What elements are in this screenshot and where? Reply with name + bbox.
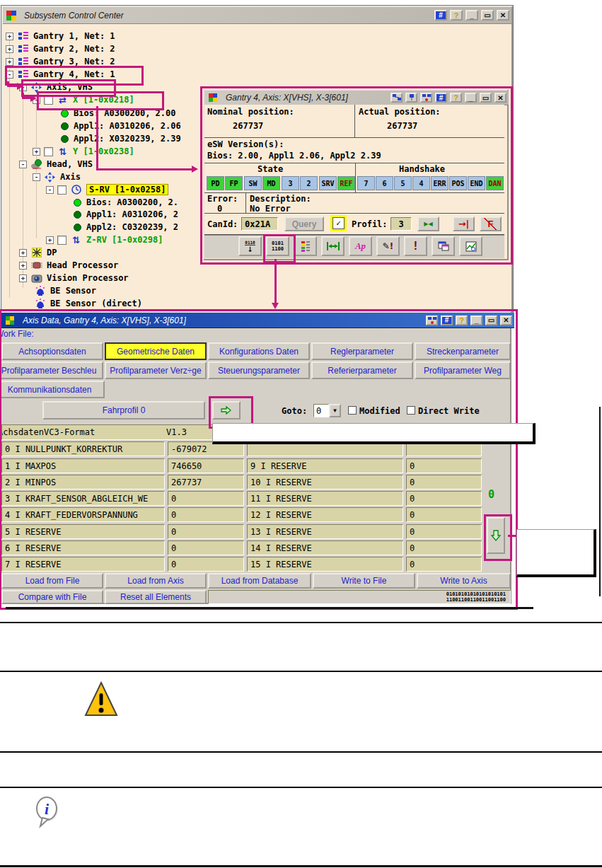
status-dot-icon [61,122,69,130]
tree-label: Head, VHS [47,159,93,169]
minimize-icon[interactable]: _ [465,10,478,21]
tree-item-head-processor[interactable]: + Head Processor [19,259,118,272]
node-view-icon[interactable] [405,93,417,103]
tree-item-head-axis[interactable]: - Axis [33,170,81,183]
range-button[interactable] [321,236,345,256]
state-cell-3: 3 [282,176,299,190]
tree-label: Vision Processor [47,273,129,283]
error-value: 0 [217,204,222,214]
callout-box-2 [516,529,596,577]
edit-alert-button[interactable]: ✎! [376,236,400,256]
chip-icon [30,260,42,271]
tree-label: Appl1: A0310206, 2.06 [74,121,181,131]
tree-item-appl2[interactable]: Appl2: C0320239, 2 [74,221,178,233]
canid-field[interactable]: 0x21A [241,217,278,231]
profil-label: Profil: [352,219,388,229]
help-icon[interactable]: ? [450,93,462,103]
axis-checkbox[interactable] [57,236,66,245]
binary-download-button[interactable]: 0110 ↓ [238,236,262,256]
axis-checkbox[interactable] [44,147,53,156]
query-button[interactable]: Query [284,216,324,231]
annotation-line [96,168,192,170]
expand-plus-icon[interactable]: + [46,236,54,244]
subsystem-titlebar[interactable]: Subsystem Control Center # ? _ ▭ ✕ [3,7,511,24]
window-copy-icon [438,241,449,252]
handshake-cell-4: 4 [412,176,430,190]
tree-item-bios[interactable]: Bios: A0300200, 2. [74,196,178,209]
svg-text:i: i [45,800,50,818]
tree-item-gantry1[interactable]: + Gantry 1, Net: 1 [6,30,115,42]
force-button[interactable]: #F [480,216,502,231]
updown-arrows-icon: ⇅ [57,146,69,157]
expand-plus-icon[interactable]: + [19,274,27,282]
error-label: Error: [207,194,238,204]
profil-field[interactable]: 3 [390,217,412,231]
tree-item-appl1[interactable]: Appl1: A0310206, 2 [74,208,178,221]
close-icon[interactable]: ✕ [494,93,507,103]
puzzle-icon [5,10,17,21]
bell-icon [34,299,46,309]
maximize-icon[interactable]: ▭ [481,10,494,21]
tree-item-zrv[interactable]: + ⇅ Z-RV [1-0x0298] [46,233,163,246]
tree-item-y-axis[interactable]: + ⇅ Y [1-0x0238] [33,145,134,158]
actual-position-label: Actual position: [359,107,441,117]
dp-grid-icon [30,248,42,258]
horizontal-rule [0,622,602,623]
tree-item-vision-processor[interactable]: + Vision Processor [19,272,129,284]
tree-item-be-sensor[interactable]: BE Sensor [34,284,96,297]
state-cell-md: MD [262,176,280,190]
move-to-end-button[interactable]: →| [453,216,475,231]
expand-minus-icon[interactable]: - [46,186,54,194]
expand-plus-icon[interactable]: + [19,249,27,257]
state-cell-fp: FP [225,176,243,190]
tree-item-head-vhs[interactable]: - Head, VHS [19,158,93,170]
poll-checkbox[interactable]: ✓ [332,217,345,229]
expand-minus-icon[interactable]: - [19,161,27,168]
handshake-cell-dan: DAN [486,176,504,190]
expand-plus-icon[interactable]: + [19,262,27,270]
help-icon[interactable]: ? [450,10,463,21]
tree-label: Bios: A0300200, 2. [86,197,178,207]
tree-item-srv[interactable]: - S-RV [1-0x0258] [46,183,168,196]
bell-icon [34,286,46,296]
tree-label: BE Sensor [50,286,96,296]
horizontal-rule [0,787,602,788]
expand-plus-icon[interactable]: + [6,33,13,40]
tree-label: Gantry 1, Net: 1 [33,31,115,41]
connect-icon[interactable]: # [435,93,447,103]
annotation-line [508,535,516,537]
net-red-icon[interactable] [420,93,432,103]
hand-ball-icon [30,159,42,170]
expand-plus-icon[interactable]: + [6,58,13,66]
expand-plus-icon[interactable]: + [6,45,13,53]
tree-item-gantry2[interactable]: + Gantry 2, Net: 2 [6,42,115,55]
close-icon[interactable]: ✕ [497,10,509,21]
state-list-button[interactable] [294,236,317,256]
esw-row: eSW Version(s): Bios: 2.00, Appl1 2.06, … [204,138,504,163]
ap-edit-button[interactable]: Ap [349,236,372,256]
chart-view-button[interactable] [459,236,482,256]
handshake-cell-7: 7 [357,176,375,190]
copy-window-button[interactable] [432,236,455,256]
axis-checkbox[interactable] [57,185,66,195]
expand-minus-icon[interactable]: - [33,173,40,181]
clock-icon [70,185,82,195]
gantry-dialog-titlebar[interactable]: Gantry 4, Axis: X[VHS], X-3[601] # ? _ ▭… [204,91,509,105]
minimize-icon[interactable]: _ [465,93,477,103]
maximize-icon[interactable]: ▭ [480,93,492,103]
tree-item-appl1[interactable]: Appl1: A0310206, 2.06 [61,120,181,132]
tree-item-appl2[interactable]: Appl2: X0320239, 2.39 [61,132,181,145]
profile-sync-button[interactable]: ▶◀ [417,216,439,231]
annotation-line [22,97,30,99]
tree-item-dp[interactable]: + DP [19,246,57,259]
subsystem-title: Subsystem Control Center [24,11,124,21]
connect-icon[interactable]: # [434,10,447,21]
state-cell-2: 2 [300,176,318,190]
tree-item-be-sensor-direct[interactable]: BE Sensor (direct) [34,297,142,310]
net-view-icon[interactable] [390,93,403,103]
info-icon: i [34,797,62,835]
error-description-value: No Error [250,204,291,214]
alert-button[interactable]: ! [404,236,427,256]
tree-label: Z-RV [1-0x0298] [86,235,163,245]
expand-plus-icon[interactable]: + [33,148,40,156]
